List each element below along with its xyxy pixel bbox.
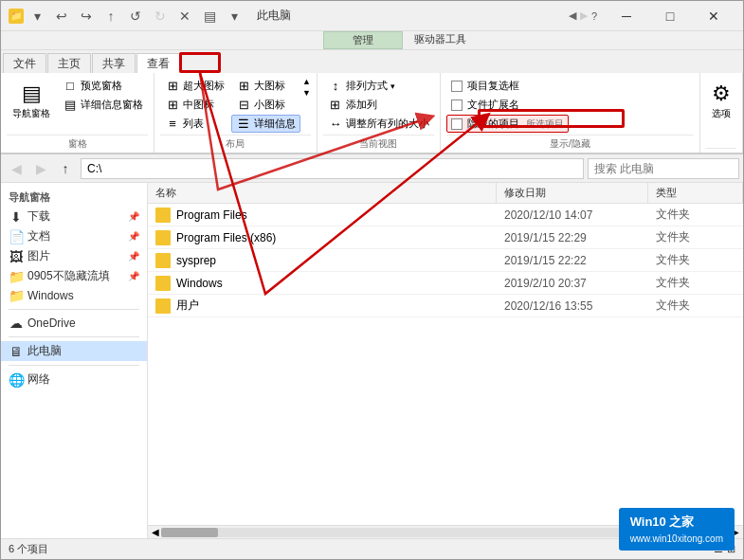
list-btn[interactable]: ≡ 列表 (160, 115, 229, 133)
table-row[interactable]: 用户 2020/12/16 13:55 文件夹 (148, 295, 743, 317)
detail-list-btn[interactable]: ☰ 详细信息 (231, 115, 300, 133)
qa-more[interactable]: ▾ (223, 5, 245, 27)
nav-windows-quick[interactable]: 📁 Windows (1, 286, 147, 305)
search-input[interactable] (594, 162, 733, 175)
minimize-button[interactable]: ─ (605, 1, 648, 31)
nav-pane-button[interactable]: ▤ 导航窗格 (7, 77, 56, 124)
tab-share[interactable]: 共享 (92, 53, 136, 73)
onedrive-label: OneDrive (27, 316, 139, 330)
nav-documents[interactable]: 📄 文档 📌 (1, 226, 147, 246)
nav-folder-0905[interactable]: 📁 0905不隐藏流填 📌 (1, 266, 147, 286)
qa-delete[interactable]: ✕ (173, 5, 196, 27)
pane-group-body: ▤ 导航窗格 □ 预览窗格 ▤ 详细信息窗格 (7, 77, 148, 133)
hidden-items-btn[interactable]: 隐藏的项目 所选项目 (446, 115, 569, 133)
documents-pin: 📌 (128, 231, 139, 242)
file-name-3: Windows (148, 276, 497, 291)
layout-scroll-up[interactable]: ▲ (302, 77, 311, 86)
nav-download[interactable]: ⬇ 下载 📌 (1, 207, 147, 226)
nav-onedrive[interactable]: ☁ OneDrive (1, 314, 147, 333)
file-ext-btn[interactable]: 文件扩展名 (446, 96, 569, 114)
tab-file[interactable]: 文件 (3, 53, 46, 73)
ribbon-view-panel: ▤ 导航窗格 □ 预览窗格 ▤ 详细信息窗格 窗格 (1, 73, 743, 154)
nav-divider-2 (9, 336, 139, 337)
scroll-left[interactable]: ◀ (150, 527, 161, 537)
col-name[interactable]: 名称 (148, 183, 497, 203)
sort-label: 排列方式 (346, 79, 388, 93)
col-date[interactable]: 修改日期 (497, 183, 648, 203)
list-label: 列表 (183, 117, 204, 131)
back-button[interactable]: ◀ (5, 157, 27, 180)
scrollbar-thumb[interactable] (161, 528, 218, 537)
tab-home[interactable]: 主页 (47, 53, 91, 73)
detail-pane-button[interactable]: ▤ 详细信息窗格 (58, 96, 148, 114)
small-btn[interactable]: ⊟ 小图标 (231, 96, 300, 114)
addcol-icon: ⊞ (328, 98, 343, 112)
pictures-label: 图片 (27, 248, 124, 264)
file-list-header: 名称 修改日期 类型 (148, 183, 743, 204)
small-icon: ⊟ (236, 98, 251, 112)
medium-label: 中图标 (183, 98, 214, 112)
qa-undo[interactable]: ↺ (124, 5, 147, 27)
maximize-button[interactable]: □ (648, 1, 692, 31)
pictures-icon: 🖼 (9, 249, 24, 264)
network-icon: 🌐 (9, 372, 24, 388)
layout-scroll-down[interactable]: ▼ (302, 88, 311, 98)
qa-up[interactable]: ↑ (100, 5, 122, 27)
ribbon-group-layout: ⊞ 超大图标 ⊞ 中图标 ≡ 列表 (154, 73, 318, 153)
up-button[interactable]: ↑ (54, 157, 77, 180)
watermark: Win10 之家 www.win10xitong.com (619, 508, 735, 551)
col-type[interactable]: 类型 (648, 183, 743, 203)
table-row[interactable]: Program Files (x86) 2019/1/15 22:29 文件夹 (148, 226, 743, 249)
address-text: C:\ (87, 162, 101, 175)
manage-group-tab[interactable]: 管理 (323, 31, 403, 49)
close-button[interactable]: ✕ (692, 1, 735, 31)
watermark-line2: www.win10xitong.com (630, 533, 723, 544)
nav-network[interactable]: 🌐 网络 (1, 370, 147, 389)
nav-pictures[interactable]: 🖼 图片 📌 (1, 246, 147, 266)
options-button[interactable]: ⚙ 选项 (706, 77, 736, 124)
qa-properties[interactable]: ▤ (198, 5, 221, 27)
item-checkbox-btn[interactable]: 项目复选框 (446, 77, 569, 95)
item-count: 6 个项目 (9, 542, 48, 556)
address-box[interactable]: C:\ (81, 158, 584, 179)
sort-btn[interactable]: ↕ 排列方式 ▾ (323, 77, 434, 95)
nav-this-pc[interactable]: 🖥 此电脑 (1, 341, 147, 361)
nav-pane: 导航窗格 ⬇ 下载 📌 📄 文档 📌 🖼 图片 📌 📁 0905不隐藏流填 📌 (1, 183, 148, 538)
ribbon-group-pane: ▤ 导航窗格 □ 预览窗格 ▤ 详细信息窗格 窗格 (1, 73, 154, 153)
forward-button[interactable]: ▶ (29, 157, 52, 180)
search-box[interactable] (588, 158, 739, 179)
detail-list-label: 详细信息 (254, 117, 296, 131)
detail-icon: ▤ (63, 98, 78, 112)
qa-redo[interactable]: ↻ (149, 5, 172, 27)
medium-btn[interactable]: ⊞ 中图标 (160, 96, 229, 114)
table-row[interactable]: sysprep 2019/1/15 22:22 文件夹 (148, 249, 743, 272)
large-btn[interactable]: ⊞ 大图标 (231, 77, 300, 95)
qa-back[interactable]: ↩ (50, 5, 73, 27)
layout-col2: ⊞ 大图标 ⊟ 小图标 ☰ 详细信息 (231, 77, 300, 133)
layout-scroll: ▲ ▼ (302, 77, 311, 98)
hide-selected-label: 所选项目 (526, 117, 564, 131)
qa-dropdown[interactable]: ▾ (26, 5, 48, 27)
help-icon[interactable]: ? (591, 10, 597, 22)
folder-0905-label: 0905不隐藏流填 (27, 268, 124, 284)
large-icon: ⊞ (236, 79, 251, 93)
nav-fwd-arrow[interactable]: ▶ (580, 9, 588, 22)
download-label: 下载 (27, 208, 124, 225)
folder-icon-3 (155, 276, 171, 291)
extra-large-btn[interactable]: ⊞ 超大图标 (160, 77, 229, 95)
preview-icon: □ (63, 79, 78, 93)
qa-forward[interactable]: ↪ (75, 5, 98, 27)
addcol-btn[interactable]: ⊞ 添加列 (323, 96, 434, 114)
sizecol-btn[interactable]: ↔ 调整所有列的大小 (323, 115, 434, 133)
nav-back-arrow[interactable]: ◀ (569, 9, 576, 22)
tab-view[interactable]: 查看 (136, 53, 180, 73)
current-view-body: ↕ 排列方式 ▾ ⊞ 添加列 ↔ 调整所有列的大小 (323, 77, 434, 133)
address-nav-arrows: ◀ ▶ ↑ (5, 157, 77, 180)
ribbon-group-current-view: ↕ 排列方式 ▾ ⊞ 添加列 ↔ 调整所有列的大小 (318, 73, 441, 153)
small-label: 小图标 (254, 98, 285, 112)
windows-quick-icon: 📁 (9, 288, 24, 303)
onedrive-icon: ☁ (9, 316, 24, 331)
table-row[interactable]: Windows 2019/2/10 20:37 文件夹 (148, 272, 743, 295)
preview-pane-button[interactable]: □ 预览窗格 (58, 77, 148, 95)
table-row[interactable]: Program Files 2020/12/10 14:07 文件夹 (148, 204, 743, 226)
